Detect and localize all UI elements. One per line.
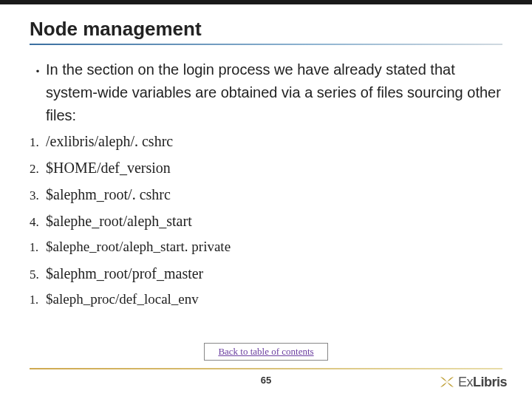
list-item: 1. /exlibris/aleph/. cshrc [30, 132, 502, 151]
list-marker: 2. [30, 162, 46, 177]
list-text: $alephe_root/aleph_start [46, 211, 192, 231]
logo-suffix: Libris [473, 375, 507, 389]
sub-list-text: $alephe_root/aleph_start. private [46, 238, 231, 256]
list-item: 2. $HOME/def_version [30, 158, 502, 177]
sub-list-item: 1. $alephe_root/aleph_start. private [30, 238, 502, 256]
title-underline [30, 44, 502, 45]
logo-text: ExLibris [458, 375, 507, 390]
list-item: 3. $alephm_root/. cshrc [30, 185, 502, 204]
back-to-toc-link[interactable]: Back to table of contents [204, 343, 327, 361]
list-text: /exlibris/aleph/. cshrc [46, 132, 173, 151]
list-item: 4. $alephe_root/aleph_start [30, 211, 502, 231]
footer-rule [30, 368, 502, 369]
sub-list-item: 1. $aleph_proc/def_local_env [30, 290, 502, 309]
list-text: $HOME/def_version [46, 158, 171, 177]
logo-prefix: Ex [458, 375, 473, 389]
bullet-text: In the section on the login process we h… [46, 58, 502, 127]
bullet-row: • In the section on the login process we… [30, 58, 502, 127]
sub-list-text: $aleph_proc/def_local_env [46, 290, 199, 309]
ordered-list: 1. /exlibris/aleph/. cshrc 2. $HOME/def_… [30, 132, 502, 308]
list-marker: 5. [30, 267, 46, 282]
page-title: Node management [30, 18, 502, 41]
bullet-marker: • [30, 66, 46, 77]
list-text: $alephm_root/. cshrc [46, 185, 171, 204]
back-link-container: Back to table of contents [0, 343, 532, 361]
list-marker: 4. [30, 215, 46, 230]
list-marker: 3. [30, 188, 46, 203]
list-marker: 1. [30, 135, 46, 150]
sub-list-marker: 1. [30, 293, 46, 307]
sub-list-marker: 1. [30, 241, 46, 254]
list-text: $alephm_root/prof_master [46, 264, 203, 283]
exlibris-mark-icon [439, 374, 455, 390]
list-item: 5. $alephm_root/prof_master [30, 264, 502, 283]
exlibris-logo: ExLibris [439, 374, 507, 390]
slide-body: Node management • In the section on the … [0, 4, 532, 399]
